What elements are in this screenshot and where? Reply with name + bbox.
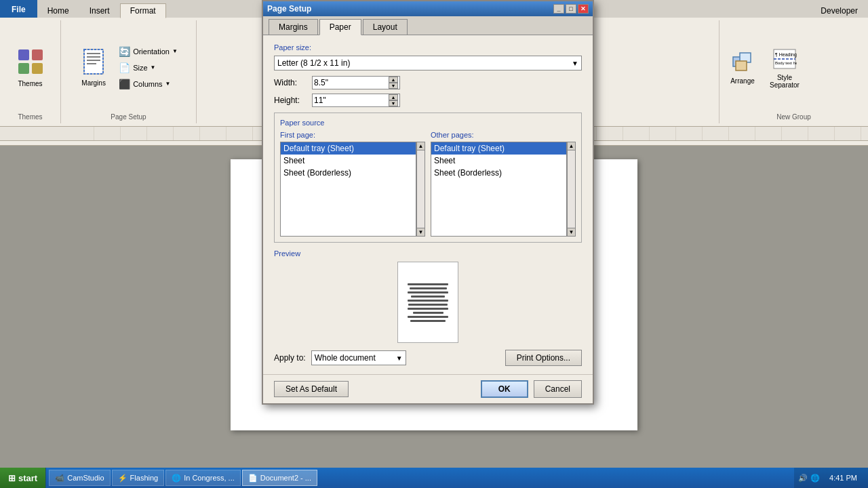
width-spin-up[interactable]: ▲ (389, 77, 398, 83)
taskbar-item-browser[interactable]: 🌐 In Congress, ... (165, 470, 241, 486)
tab-margins[interactable]: Margins (269, 19, 318, 35)
height-value: 11" (314, 96, 326, 105)
page-setup-dialog: Page Setup _ □ ✕ Margins Paper Layout Pa… (262, 0, 594, 405)
svg-rect-1 (32, 49, 43, 60)
tray-icon-2: 🌐 (810, 474, 820, 483)
page-setup-small-btns: 🔄 Orientation ▼ 📄 Size ▼ ⬛ Columns ▼ (115, 44, 181, 92)
first-page-scroll-up[interactable]: ▲ (417, 142, 425, 150)
print-options-button[interactable]: Print Options... (505, 350, 582, 366)
browser-label: In Congress, ... (184, 474, 235, 482)
orientation-button[interactable]: 🔄 Orientation ▼ (115, 44, 181, 59)
set-as-default-button[interactable]: Set As Default (274, 381, 349, 397)
size-icon: 📄 (119, 62, 130, 73)
paper-source-section: Paper source First page: Default tray (S… (274, 113, 582, 243)
close-button[interactable]: ✕ (578, 4, 589, 14)
apply-to-arrow: ▼ (396, 354, 403, 362)
arrange-label: Arrange (730, 77, 755, 85)
restore-button[interactable]: □ (566, 4, 576, 14)
preview-line-7 (408, 308, 448, 310)
columns-label: Columns (133, 80, 162, 88)
developer-group-label: New Group (725, 112, 863, 121)
preview-section: Preview (274, 249, 582, 343)
first-page-col: First page: Default tray (Sheet) Sheet S… (280, 131, 425, 237)
columns-button[interactable]: ⬛ Columns ▼ (115, 77, 181, 92)
preview-line-2 (410, 287, 447, 289)
width-row: Width: 8.5" ▲ ▼ (274, 76, 582, 89)
other-pages-scrollbar[interactable]: ▲ ▼ (567, 142, 576, 237)
tab-paper[interactable]: Paper (319, 19, 361, 35)
height-spin-buttons: ▲ ▼ (389, 94, 398, 106)
tab-home[interactable]: Home (37, 3, 79, 18)
ribbon-group-page-setup: Margins 🔄 Orientation ▼ 📄 Size ▼ (61, 20, 197, 123)
other-pages-item-2[interactable]: Sheet (Borderless) (431, 167, 566, 179)
taskbar-item-word[interactable]: 📄 Document2 - ... (242, 470, 317, 486)
page-setup-group-label: Page Setup (111, 112, 146, 121)
orientation-arrow: ▼ (172, 48, 178, 54)
word-label: Document2 - ... (260, 474, 311, 482)
columns-arrow: ▼ (165, 81, 171, 87)
ok-button[interactable]: OK (481, 380, 528, 398)
height-spin-down[interactable]: ▼ (389, 100, 398, 106)
first-page-item-0[interactable]: Default tray (Sheet) (281, 142, 416, 155)
other-pages-listbox[interactable]: Default tray (Sheet) Sheet Sheet (Border… (431, 142, 567, 237)
taskbar-item-flashing[interactable]: ⚡ Flashing (112, 470, 165, 486)
orientation-label: Orientation (133, 47, 170, 56)
svg-rect-0 (18, 49, 29, 60)
minimize-button[interactable]: _ (553, 4, 564, 14)
style-separator-button[interactable]: ¶ Heading 1 Body text here Style Separat… (767, 45, 802, 91)
tab-insert[interactable]: Insert (79, 3, 120, 18)
taskbar-item-camstudio[interactable]: 📹 CamStudio (49, 470, 110, 486)
columns-icon: ⬛ (119, 79, 130, 89)
arrange-button[interactable]: Arrange (725, 45, 760, 91)
tab-developer[interactable]: Developer (810, 3, 868, 18)
dialog-tabs: Margins Paper Layout (263, 16, 593, 35)
tray-icon-1: 🔊 (798, 474, 808, 483)
cancel-button[interactable]: Cancel (534, 380, 582, 398)
dialog-footer: Set As Default OK Cancel (263, 374, 593, 403)
themes-content: Themes (13, 23, 48, 112)
themes-button[interactable]: Themes (13, 45, 48, 91)
tab-layout[interactable]: Layout (363, 19, 408, 35)
arrange-icon (730, 50, 755, 76)
width-spinbox[interactable]: 8.5" ▲ ▼ (312, 76, 400, 89)
paper-size-section-label: Paper size: (274, 43, 582, 52)
first-page-scrollbar[interactable]: ▲ ▼ (416, 142, 425, 237)
start-icon: ⊞ (8, 473, 16, 483)
height-label: Height: (274, 96, 308, 105)
svg-rect-12 (736, 61, 747, 70)
camstudio-label: CamStudio (67, 474, 104, 482)
first-page-item-1[interactable]: Sheet (281, 155, 416, 167)
start-label: start (18, 473, 37, 483)
first-page-listbox[interactable]: Default tray (Sheet) Sheet Sheet (Border… (280, 142, 416, 237)
height-spinbox[interactable]: 11" ▲ ▼ (312, 94, 400, 107)
size-label: Size (133, 64, 147, 72)
first-page-label: First page: (280, 131, 425, 139)
clock: 4:41 PM (823, 474, 864, 482)
height-spin-up[interactable]: ▲ (389, 94, 398, 100)
dialog-title: Page Setup (267, 4, 311, 14)
dialog-body: Paper size: Letter (8 1/2 x 11 in) ▼ Wid… (263, 35, 593, 374)
first-page-scroll-down[interactable]: ▼ (417, 228, 425, 236)
start-button[interactable]: ⊞ start (0, 468, 46, 488)
other-pages-scroll-down[interactable]: ▼ (568, 228, 575, 236)
other-pages-item-1[interactable]: Sheet (431, 155, 566, 167)
apply-to-select[interactable]: Whole document ▼ (311, 350, 406, 365)
width-value: 8.5" (314, 78, 328, 87)
size-arrow: ▼ (151, 64, 156, 70)
width-spin-down[interactable]: ▼ (389, 83, 398, 89)
margins-button[interactable]: Margins (76, 45, 111, 91)
size-button[interactable]: 📄 Size ▼ (115, 60, 181, 75)
preview-line-10 (410, 320, 446, 322)
paper-size-select[interactable]: Letter (8 1/2 x 11 in) ▼ (274, 56, 582, 70)
other-pages-scroll-up[interactable]: ▲ (568, 142, 575, 150)
dialog-titlebar: Page Setup _ □ ✕ (263, 1, 593, 16)
margins-icon (81, 48, 106, 78)
first-page-item-2[interactable]: Sheet (Borderless) (281, 167, 416, 179)
preview-line-1 (408, 283, 448, 285)
orientation-icon: 🔄 (119, 46, 130, 57)
tab-format[interactable]: Format (120, 3, 166, 18)
tab-file[interactable]: File (0, 0, 37, 18)
paper-size-arrow: ▼ (572, 60, 578, 67)
themes-label: Themes (18, 80, 42, 87)
other-pages-item-0[interactable]: Default tray (Sheet) (431, 142, 566, 155)
